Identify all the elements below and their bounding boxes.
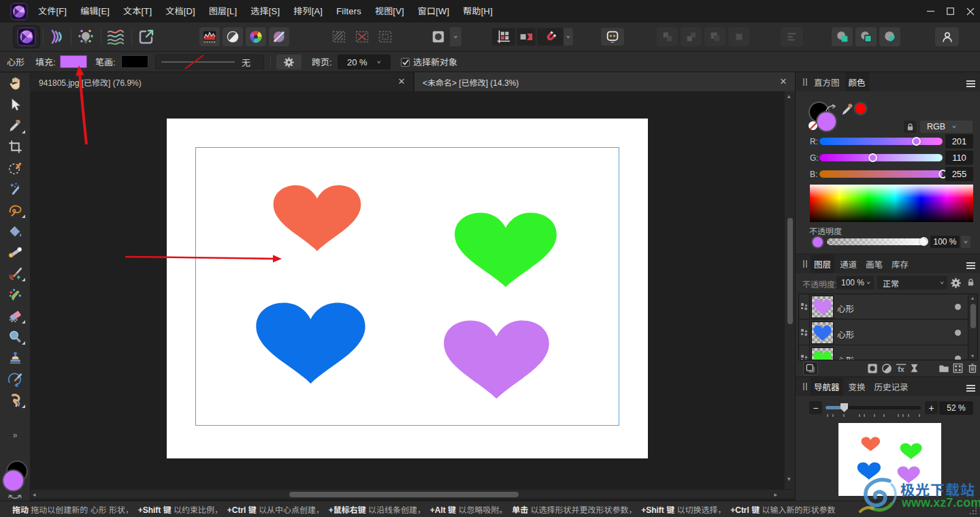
color-picker-icon[interactable] <box>840 102 855 116</box>
canvas-viewport[interactable] <box>31 91 784 489</box>
horizontal-scrollbar[interactable]: ◂ ▸ <box>31 489 795 499</box>
more-tools-button[interactable]: » <box>0 425 31 445</box>
liquify-persona-button[interactable] <box>46 27 67 47</box>
undo-brush-tool[interactable] <box>0 369 31 390</box>
invert-selection-button[interactable] <box>376 29 395 45</box>
color-picker-tool[interactable] <box>0 115 31 136</box>
layer-drag-handle[interactable] <box>799 320 810 345</box>
layer-visibility-toggle[interactable] <box>955 304 961 310</box>
menu-item-5[interactable]: 图层[L] <box>202 0 244 22</box>
color-model-select[interactable]: RGB ˅ <box>920 121 973 133</box>
zoom-in-button[interactable]: + <box>925 401 938 414</box>
layer-opacity-select[interactable]: 100 %˅ <box>836 276 874 289</box>
horizontal-scroll-thumb[interactable] <box>289 492 519 497</box>
scroll-up-icon[interactable]: ▴ <box>971 295 974 301</box>
color-lock-button[interactable] <box>904 121 916 133</box>
layer-thumbnail[interactable] <box>811 322 834 344</box>
opacity-dropdown[interactable]: ˅ <box>961 236 970 248</box>
group-layers-icon[interactable] <box>938 363 949 374</box>
snapping-toggle-button[interactable] <box>537 28 564 46</box>
blend-mode-select[interactable]: 正常˅ <box>877 276 947 289</box>
tonemapping-persona-button[interactable] <box>105 27 126 47</box>
mask-layer-icon[interactable] <box>867 363 878 374</box>
delete-layer-icon[interactable] <box>967 362 978 373</box>
zoom-out-button[interactable]: − <box>809 401 822 414</box>
zoom-tool[interactable] <box>0 326 31 347</box>
menu-item-10[interactable]: 窗口[W] <box>411 0 457 22</box>
layer-thumbnail[interactable] <box>811 296 834 318</box>
tab-histogram[interactable]: 直方图 <box>811 72 843 91</box>
panel-drag-handle[interactable] <box>803 260 807 268</box>
move-backward-button[interactable] <box>704 27 725 46</box>
minimize-button[interactable] <box>921 0 941 22</box>
live-filter-icon[interactable] <box>909 363 919 373</box>
tab-brushes[interactable]: 画笔 <box>862 255 886 273</box>
layer-drag-handle[interactable] <box>799 346 810 360</box>
document-tab-2[interactable]: <未命名> [已修改] (14.3%) ✕ <box>414 72 795 91</box>
tab-transform[interactable]: 变换 <box>845 377 869 396</box>
vertical-scrollbar[interactable]: ▴ ▾ <box>784 91 795 489</box>
adjustment-layer-icon[interactable] <box>881 363 892 374</box>
green-slider-knob[interactable] <box>868 153 877 162</box>
opacity-slider-knob[interactable] <box>919 237 928 246</box>
freehand-selection-tool[interactable] <box>0 200 31 221</box>
zoom-slider-knob[interactable] <box>840 403 848 412</box>
layer-thumbnail[interactable] <box>811 347 834 360</box>
erase-brush-tool[interactable] <box>0 305 31 326</box>
fill-color-swatch[interactable] <box>60 55 87 68</box>
layer-row-3[interactable]: 心形 <box>799 346 977 360</box>
menu-item-4[interactable]: 文档[D] <box>159 0 202 22</box>
stroke-color-swatch[interactable] <box>121 55 148 68</box>
green-slider[interactable] <box>819 154 943 161</box>
heart-green[interactable] <box>453 210 559 289</box>
layer-list-scrollbar[interactable]: ▴ ▾ <box>968 294 977 360</box>
close-button[interactable] <box>960 0 980 22</box>
auto-colours-button[interactable] <box>246 27 266 46</box>
menu-item-6[interactable]: 选择[S] <box>244 0 287 22</box>
crop-tool[interactable] <box>0 136 31 157</box>
heart-blue[interactable] <box>254 300 368 386</box>
tab-channels[interactable]: 通道 <box>836 255 860 273</box>
blue-slider[interactable] <box>819 170 943 178</box>
resize-grip[interactable] <box>969 507 977 515</box>
pattern-layer-icon[interactable] <box>953 363 963 373</box>
scroll-down-icon[interactable]: ▾ <box>971 353 974 359</box>
quick-mask-dropdown[interactable]: ˅ <box>450 27 461 46</box>
panel-drag-handle[interactable] <box>803 78 807 86</box>
auto-white-balance-button[interactable] <box>269 27 289 46</box>
panel-menu-icon[interactable] <box>966 79 975 89</box>
show-grid-button[interactable] <box>492 28 515 46</box>
heart-orange[interactable] <box>272 183 363 253</box>
tab-history[interactable]: 历史记录 <box>871 377 912 396</box>
scroll-down-icon[interactable]: ▾ <box>787 475 791 482</box>
primary-color-swatch[interactable] <box>817 112 836 131</box>
select-all-button[interactable] <box>329 29 348 45</box>
panel-menu-icon[interactable] <box>966 383 975 393</box>
gradient-tool[interactable] <box>0 242 31 263</box>
tab-stock[interactable]: 库存 <box>888 255 912 273</box>
layer-settings-icon[interactable] <box>951 278 961 288</box>
photo-persona-button[interactable] <box>14 26 39 48</box>
geometry-add-button[interactable] <box>832 27 853 46</box>
layer-row-2[interactable]: 心形 <box>799 320 977 345</box>
tab-close-icon[interactable]: ✕ <box>396 76 407 87</box>
menu-item-3[interactable]: 文本[T] <box>116 0 159 22</box>
stroke-width-control[interactable]: 无 <box>155 54 264 69</box>
auto-levels-button[interactable] <box>199 27 220 46</box>
alignment-button[interactable] <box>781 27 803 46</box>
picked-color-swatch[interactable] <box>855 104 866 114</box>
spread-select[interactable]: 20 % ˅ <box>338 54 391 69</box>
color-spectrum[interactable] <box>810 185 973 222</box>
scroll-left-icon[interactable]: ◂ <box>33 491 36 498</box>
auto-contrast-button[interactable] <box>223 27 243 46</box>
layer-visibility-toggle[interactable] <box>955 356 961 360</box>
layer-row-1[interactable]: 心形 <box>799 294 977 319</box>
deselect-button[interactable] <box>353 29 372 45</box>
move-forward-button[interactable] <box>681 27 702 46</box>
menu-item-1[interactable]: 文件[F] <box>31 0 74 22</box>
menu-item-8[interactable]: Filters <box>329 0 368 22</box>
layer-visibility-toggle[interactable] <box>955 330 961 336</box>
maximize-button[interactable] <box>941 0 960 22</box>
scroll-up-icon[interactable]: ▴ <box>787 93 791 99</box>
layer-drag-handle[interactable] <box>799 294 810 319</box>
